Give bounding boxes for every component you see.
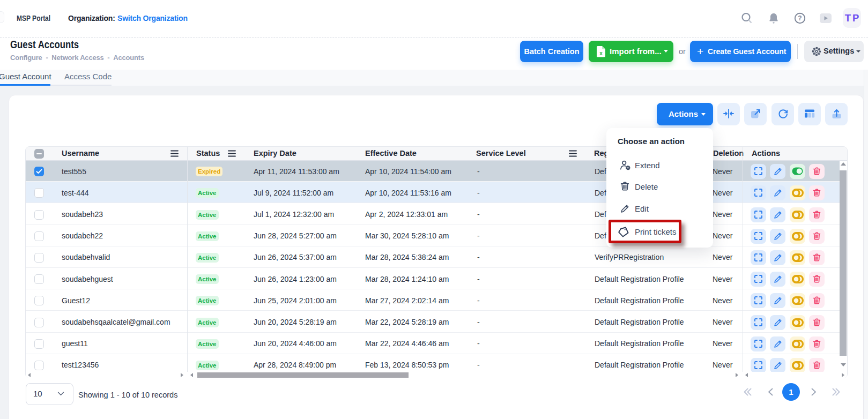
svg-text:x: x <box>599 50 603 56</box>
svg-text:?: ? <box>798 14 802 22</box>
